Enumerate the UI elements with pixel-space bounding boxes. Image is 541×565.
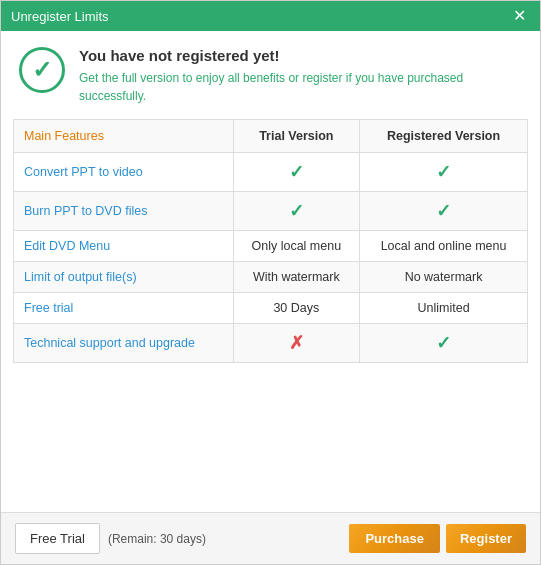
check-icon: ✓ — [32, 56, 52, 84]
registered-value: ✓ — [360, 192, 528, 231]
trial-value: With watermark — [233, 262, 360, 293]
header-section: ✓ You have not registered yet! Get the f… — [1, 31, 540, 119]
trial-value: ✓ — [233, 192, 360, 231]
purchase-button[interactable]: Purchase — [349, 524, 440, 553]
trial-value: Only local menu — [233, 231, 360, 262]
close-button[interactable]: ✕ — [509, 6, 530, 26]
col-header-trial: Trial Version — [233, 120, 360, 153]
window-title: Unregister Limits — [11, 9, 109, 24]
trial-value: 30 Days — [233, 293, 360, 324]
features-table: Main Features Trial Version Registered V… — [13, 119, 528, 363]
main-window: Unregister Limits ✕ ✓ You have not regis… — [0, 0, 541, 565]
header-title: You have not registered yet! — [79, 47, 463, 64]
header-subtitle: Get the full version to enjoy all benefi… — [79, 69, 463, 105]
feature-name: Free trial — [14, 293, 234, 324]
trial-value: ✗ — [233, 324, 360, 363]
status-icon: ✓ — [19, 47, 65, 93]
table-row: Limit of output file(s) With watermark N… — [14, 262, 528, 293]
cross-icon: ✗ — [289, 333, 304, 353]
registered-value: No watermark — [360, 262, 528, 293]
check-icon: ✓ — [289, 162, 304, 182]
free-trial-button[interactable]: Free Trial — [15, 523, 100, 554]
check-icon: ✓ — [436, 201, 451, 221]
feature-name: Burn PPT to DVD files — [14, 192, 234, 231]
remain-text: (Remain: 30 days) — [108, 532, 342, 546]
table-row: Convert PPT to video ✓ ✓ — [14, 153, 528, 192]
feature-name: Limit of output file(s) — [14, 262, 234, 293]
table-row: Burn PPT to DVD files ✓ ✓ — [14, 192, 528, 231]
table-row: Free trial 30 Days Unlimited — [14, 293, 528, 324]
title-bar: Unregister Limits ✕ — [1, 1, 540, 31]
col-header-features: Main Features — [14, 120, 234, 153]
check-icon: ✓ — [289, 201, 304, 221]
check-icon: ✓ — [436, 162, 451, 182]
check-icon: ✓ — [436, 333, 451, 353]
header-text: You have not registered yet! Get the ful… — [79, 47, 463, 105]
registered-value: ✓ — [360, 324, 528, 363]
feature-name: Edit DVD Menu — [14, 231, 234, 262]
registered-value: Local and online menu — [360, 231, 528, 262]
trial-value: ✓ — [233, 153, 360, 192]
feature-name: Technical support and upgrade — [14, 324, 234, 363]
table-row: Edit DVD Menu Only local menu Local and … — [14, 231, 528, 262]
registered-value: ✓ — [360, 153, 528, 192]
register-button[interactable]: Register — [446, 524, 526, 553]
table-row: Technical support and upgrade ✗ ✓ — [14, 324, 528, 363]
features-table-section: Main Features Trial Version Registered V… — [1, 119, 540, 512]
feature-name: Convert PPT to video — [14, 153, 234, 192]
footer: Free Trial (Remain: 30 days) Purchase Re… — [1, 512, 540, 564]
table-header-row: Main Features Trial Version Registered V… — [14, 120, 528, 153]
registered-value: Unlimited — [360, 293, 528, 324]
col-header-registered: Registered Version — [360, 120, 528, 153]
footer-right-buttons: Purchase Register — [349, 524, 526, 553]
